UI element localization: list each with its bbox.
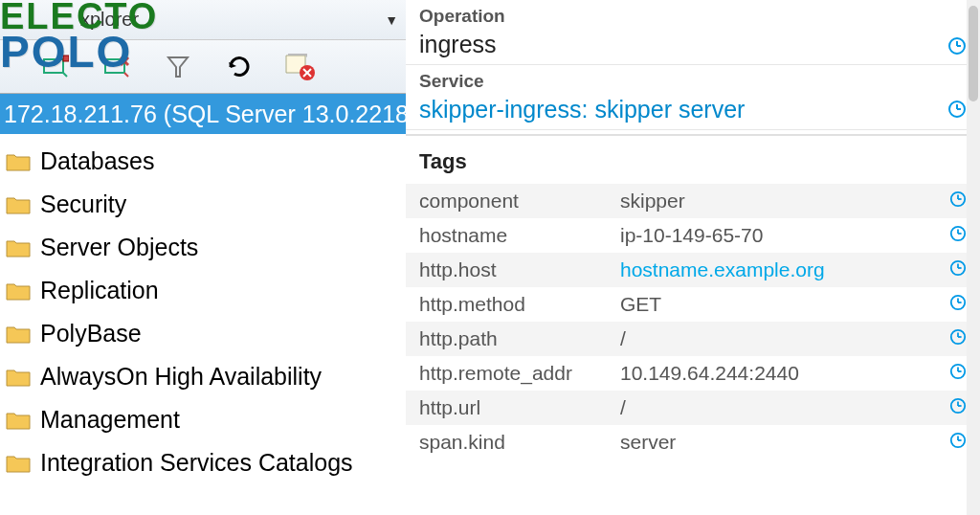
tag-row: componentskipper xyxy=(406,184,980,218)
tree-item-label: Replication xyxy=(40,277,159,304)
tag-value[interactable]: hostname.example.org xyxy=(620,258,825,281)
clock-icon[interactable] xyxy=(949,397,967,419)
service-value[interactable]: skipper-ingress: skipper server xyxy=(419,96,967,123)
tree-item-management[interactable]: Management xyxy=(0,398,406,441)
clock-icon[interactable] xyxy=(949,190,967,213)
tree-item-label: Security xyxy=(40,190,126,218)
stop-script-icon[interactable] xyxy=(283,50,318,84)
tree-item-server-objects[interactable]: Server Objects xyxy=(0,226,406,269)
tree-item-security[interactable]: Security xyxy=(0,183,406,226)
service-label: Service xyxy=(419,71,967,92)
tree-item-label: Integration Services Catalogs xyxy=(40,449,353,477)
service-section: Service skipper-ingress: skipper server xyxy=(406,65,980,130)
explorer-header: xplorer ▼ xyxy=(0,0,406,40)
filter-icon[interactable] xyxy=(161,50,195,84)
clock-icon[interactable] xyxy=(947,100,967,123)
dropdown-icon[interactable]: ▼ xyxy=(385,12,398,28)
scrollbar[interactable] xyxy=(967,0,980,515)
explorer-title: xplorer xyxy=(80,9,139,31)
object-explorer-panel: ELECTO POLO xplorer ▼ 172.18 xyxy=(0,0,406,515)
tag-row: http.hosthostname.example.org xyxy=(406,253,980,287)
tag-row: http.remote_addr10.149.64.244:2440 xyxy=(406,356,980,391)
tree-item-label: Management xyxy=(40,406,180,434)
tag-key: http.url xyxy=(419,396,620,419)
tree-item-label: PolyBase xyxy=(40,320,142,347)
operation-section: Operation ingress xyxy=(406,0,980,65)
folder-icon xyxy=(6,411,31,430)
svg-line-1 xyxy=(63,73,67,77)
clock-icon[interactable] xyxy=(947,36,967,60)
disconnect-icon[interactable] xyxy=(100,50,134,84)
tags-section: Tags componentskipperhostnameip-10-149-6… xyxy=(406,134,980,459)
clock-icon[interactable] xyxy=(949,259,967,281)
tag-row: http.path/ xyxy=(406,322,980,356)
folder-icon xyxy=(6,195,31,214)
tree-item-replication[interactable]: Replication xyxy=(0,269,406,312)
tag-value: 10.149.64.244:2440 xyxy=(620,362,799,385)
tag-row: http.methodGET xyxy=(406,287,980,322)
detail-panel: Operation ingress Service skipper-ingres… xyxy=(406,0,980,515)
svg-rect-0 xyxy=(44,59,63,73)
tree-item-label: AlwaysOn High Availability xyxy=(40,363,322,391)
clock-icon[interactable] xyxy=(949,294,967,316)
scroll-thumb[interactable] xyxy=(969,6,978,101)
tag-value: / xyxy=(620,396,626,419)
tag-key: http.remote_addr xyxy=(419,362,620,385)
tree-item-integration-services[interactable]: Integration Services Catalogs xyxy=(0,441,406,484)
tag-key: hostname xyxy=(419,224,620,247)
folder-icon xyxy=(6,368,31,387)
clock-icon[interactable] xyxy=(949,432,967,454)
tag-row: hostnameip-10-149-65-70 xyxy=(406,218,980,253)
operation-value: ingress xyxy=(419,31,967,58)
connect-icon[interactable] xyxy=(38,50,73,84)
tag-value: GET xyxy=(620,293,661,316)
tag-value: server xyxy=(620,431,676,454)
tag-row: http.url/ xyxy=(406,391,980,425)
tag-key: span.kind xyxy=(419,431,620,454)
tag-key: component xyxy=(419,190,620,213)
tag-key: http.path xyxy=(419,327,620,350)
tag-value: ip-10-149-65-70 xyxy=(620,224,763,247)
svg-line-4 xyxy=(124,73,128,77)
tree-item-alwayson[interactable]: AlwaysOn High Availability xyxy=(0,355,406,398)
refresh-icon[interactable] xyxy=(222,50,256,84)
tag-key: http.host xyxy=(419,258,620,281)
tree: Databases Security Server Objects Replic… xyxy=(0,134,406,484)
clock-icon[interactable] xyxy=(949,363,967,385)
folder-icon xyxy=(6,325,31,344)
clock-icon[interactable] xyxy=(949,225,967,247)
folder-icon xyxy=(6,152,31,171)
tree-item-label: Server Objects xyxy=(40,234,198,261)
tag-value: / xyxy=(620,327,626,350)
tree-item-polybase[interactable]: PolyBase xyxy=(0,312,406,355)
tree-item-label: Databases xyxy=(40,147,155,175)
tree-item-databases[interactable]: Databases xyxy=(0,140,406,183)
toolbar xyxy=(0,40,406,94)
clock-icon[interactable] xyxy=(949,328,967,350)
folder-icon xyxy=(6,281,31,301)
folder-icon xyxy=(6,238,31,258)
server-node[interactable]: 172.18.211.76 (SQL Server 13.0.2218.0 xyxy=(0,94,406,134)
svg-rect-2 xyxy=(63,56,69,61)
tag-key: http.method xyxy=(419,293,620,316)
tag-value: skipper xyxy=(620,190,685,213)
operation-label: Operation xyxy=(419,6,967,27)
tag-row: span.kindserver xyxy=(406,425,980,459)
server-label: 172.18.211.76 (SQL Server 13.0.2218.0 xyxy=(4,101,406,128)
folder-icon xyxy=(6,454,31,473)
tags-header: Tags xyxy=(406,136,980,184)
